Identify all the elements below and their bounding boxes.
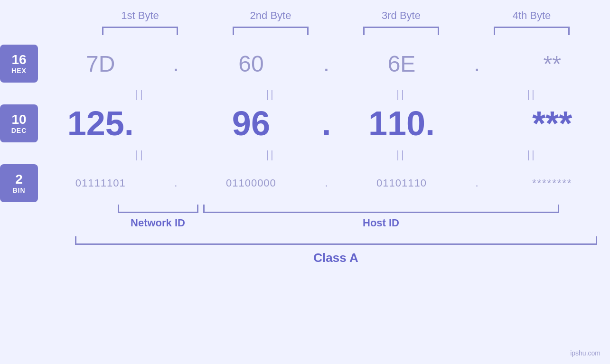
hex-dot2: . <box>317 52 336 75</box>
bracket-byte4-top <box>479 27 584 35</box>
bracket-byte2-top <box>218 27 323 35</box>
eq1: || <box>90 88 190 101</box>
bin-badge-num: 2 <box>15 172 23 187</box>
hex-val2: 60 <box>201 51 301 77</box>
bin-dot2: . <box>317 178 336 188</box>
hex-val4: ** <box>502 51 602 77</box>
class-label: Class A <box>75 251 597 265</box>
dec-val4: *** <box>502 104 602 143</box>
dec-dot2: . <box>317 106 336 140</box>
dec-badge-label: DEC <box>11 127 27 134</box>
eq4: || <box>482 88 582 101</box>
bin-badge: 2 BIN <box>0 164 38 202</box>
bin-dot1: . <box>166 178 185 188</box>
bin-val2: 01100000 <box>201 177 301 189</box>
bin-val4: ******** <box>502 177 602 189</box>
hex-dot1: . <box>166 52 185 75</box>
byte1-header: 1st Byte <box>88 9 192 22</box>
bracket-byte1-top <box>88 27 192 35</box>
host-bracket <box>203 205 559 213</box>
eq2: || <box>221 88 320 101</box>
dec-val3: 110. <box>352 104 451 143</box>
bracket-byte3-top <box>349 27 453 35</box>
hex-val1: 7D <box>51 51 150 77</box>
eq7: || <box>351 149 451 161</box>
network-bracket <box>118 205 198 213</box>
bin-badge-label: BIN <box>12 187 25 194</box>
byte3-header: 3rd Byte <box>349 9 453 22</box>
eq6: || <box>221 149 320 161</box>
bin-val3: 01101110 <box>352 177 451 189</box>
bin-dot3: . <box>468 178 487 188</box>
dec-badge: 10 DEC <box>0 104 38 142</box>
dec-val1: 125. <box>51 104 150 143</box>
class-bracket <box>75 236 597 245</box>
dec-val2: 96 <box>201 104 301 143</box>
network-id-label: Network ID <box>118 217 198 229</box>
hex-dot3: . <box>468 52 487 75</box>
host-id-label: Host ID <box>203 217 559 229</box>
hex-val3: 6E <box>352 51 451 77</box>
bin-val1: 01111101 <box>51 177 150 189</box>
dec-badge-num: 10 <box>11 112 26 127</box>
hex-badge-label: HEX <box>11 67 27 75</box>
watermark: ipshu.com <box>570 349 601 357</box>
hex-badge: 16 HEX <box>0 45 38 83</box>
hex-badge-num: 16 <box>11 53 26 67</box>
eq5: || <box>90 149 190 161</box>
byte2-header: 2nd Byte <box>218 9 323 22</box>
eq3: || <box>351 88 451 101</box>
byte4-header: 4th Byte <box>479 9 584 22</box>
eq8: || <box>482 149 582 161</box>
